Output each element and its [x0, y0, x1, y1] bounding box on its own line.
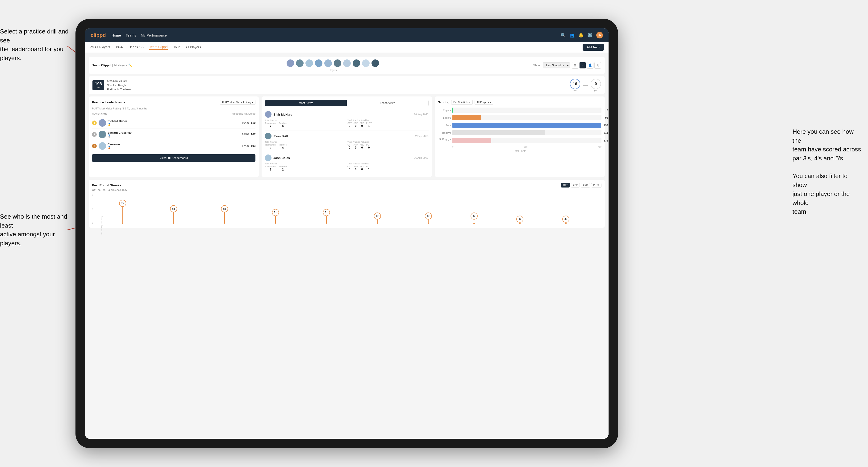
show-label: Show:: [533, 64, 541, 67]
streaks-arg-btn[interactable]: ARG: [581, 183, 590, 187]
players-filter-dropdown[interactable]: All Players ▾: [474, 100, 493, 105]
chart-row-eagles: Eagles 3: [438, 107, 601, 113]
ap-putt-3: PUTT 1: [366, 165, 372, 171]
chart-axis: 0 200 400: [438, 146, 601, 148]
score-circles: 16 yds — 0 yds: [570, 79, 601, 92]
player-avatar-1[interactable]: [286, 59, 294, 67]
settings-icon[interactable]: ⚙️: [587, 33, 592, 38]
nav-my-performance[interactable]: My Performance: [141, 33, 167, 37]
view-profile-icon[interactable]: 👤: [587, 62, 593, 69]
player-avatars-row: [286, 59, 379, 67]
subnav-hcaps[interactable]: Hcaps 1-5: [129, 45, 144, 50]
activity-player-3: Josh Coles 26 Aug 2023 Total Rounds Tour…: [265, 152, 428, 174]
streak-line-4x-3: [474, 220, 474, 223]
team-count: | 14 Players: [112, 64, 127, 67]
show-select[interactable]: Last 3 months Last month Last 6 months: [543, 62, 570, 68]
player-avatar-10[interactable]: [371, 59, 379, 67]
player-avatar-9[interactable]: [362, 59, 370, 67]
view-filter-icon[interactable]: ⇅: [594, 62, 601, 69]
ap-avatar-3: [265, 154, 272, 161]
dbl-bogeys-label: D. Bogeys +: [438, 138, 451, 144]
ap-header-1: Blair McHarg 26 Aug 2023: [265, 111, 428, 118]
player-avatar-8[interactable]: [352, 59, 361, 67]
subnav-tour[interactable]: Tour: [173, 45, 180, 50]
score-badge: 198 SG: [92, 80, 104, 90]
lb-drill-dropdown[interactable]: PUTT Must Make Putting ▾: [220, 100, 256, 105]
ap-app-3: APP 0: [353, 165, 358, 171]
eagles-bar: [453, 107, 453, 113]
player-avatar-4[interactable]: [314, 59, 323, 67]
lb-name-1: Richard Butler: [107, 120, 127, 123]
player-avatar-7[interactable]: [343, 59, 351, 67]
scoring-panel: Scoring Par 3, 4 & 5s ▾ All Players ▾ Ea…: [435, 96, 605, 177]
axis-0: 0: [453, 146, 454, 148]
view-list-icon[interactable]: ≡: [579, 62, 586, 69]
ap-name-3: Josh Coles: [273, 156, 412, 160]
streaks-putt-btn[interactable]: PUTT: [591, 183, 601, 187]
ap-ott-val-3: 0: [347, 168, 352, 171]
scoring-header: Scoring Par 3, 4 & 5s ▾ All Players ▾: [438, 100, 601, 105]
ap-tourn-val-1: 7: [265, 124, 276, 128]
player-avatar-3[interactable]: [305, 59, 313, 67]
lb-avatar-1: [99, 119, 106, 127]
circle2-group: 0 yds: [591, 79, 601, 92]
edit-icon[interactable]: ✏️: [128, 63, 132, 67]
team-title: Team Clippd: [92, 63, 111, 67]
subnav: PGAT Players PGA Hcaps 1-5 Team Clippd T…: [85, 42, 609, 53]
subnav-all-players[interactable]: All Players: [185, 45, 201, 50]
streaks-app-btn[interactable]: APP: [571, 183, 580, 187]
nav-home[interactable]: Home: [112, 33, 121, 37]
lb-table-header: PLAYER NAME PB SCORE PB AVG SQ: [92, 112, 255, 116]
most-active-tab[interactable]: Most Active: [265, 100, 347, 106]
add-team-button[interactable]: Add Team: [583, 44, 604, 51]
lb-score-1: 19/20: [242, 121, 249, 125]
lb-avatar-2: [99, 131, 106, 138]
ap-rounds-vals-2: Tournament 8 Practice 4: [265, 144, 346, 150]
lb-name-group-3: Cameron... 🥉: [107, 143, 122, 149]
end-lie: End Lie: In The Hole: [107, 87, 131, 92]
ap-practice-val-3: 2: [279, 168, 287, 171]
subnav-pgat[interactable]: PGAT Players: [90, 45, 110, 50]
streak-bubble-5x-1: 5x: [272, 209, 279, 216]
ap-practice-val-2: 4: [279, 146, 287, 150]
ap-arg-label-1: ARG: [360, 122, 365, 124]
team-header-row: Team Clippd | 14 Players ✏️: [89, 57, 605, 74]
lb-row-3: 3 Cameron... 🥉 17/20 103: [92, 140, 255, 152]
col-pb-label: PB SCORE: [232, 113, 243, 115]
ap-putt-val-3: 1: [366, 168, 372, 171]
score-details: Shot Dist: 16 yds Start Lie: Rough End L…: [107, 79, 131, 92]
streaks-panel: Best Round Streaks OTT APP ARG PUTT Off …: [89, 180, 605, 228]
subnav-team-clippd[interactable]: Team Clippd: [149, 45, 168, 50]
birdies-bar-container: 96: [453, 115, 601, 120]
player-avatar-6[interactable]: [333, 59, 342, 67]
ap-practice-rounds-2: Practice 4: [279, 144, 287, 150]
players-label: Players: [329, 69, 337, 71]
people-icon[interactable]: 👥: [569, 33, 575, 38]
ap-name-2: Rees Britt: [273, 134, 412, 138]
search-icon[interactable]: 🔍: [560, 33, 566, 38]
lb-drill-label: PUTT Must Make Putting: [222, 101, 251, 104]
view-full-leaderboard-button[interactable]: View Full Leaderboard: [92, 154, 255, 162]
least-active-tab[interactable]: Least Active: [347, 100, 428, 106]
lb-title: Practice Leaderboards: [92, 100, 125, 104]
par-filter-dropdown[interactable]: Par 3, 4 & 5s ▾: [451, 100, 473, 105]
streak-dot-4x-1: [377, 223, 378, 224]
circle1-group: 16 yds: [570, 79, 580, 92]
show-filter-group: Show: Last 3 months Last month Last 6 mo…: [533, 62, 601, 69]
view-grid-icon[interactable]: ⊞: [572, 62, 578, 69]
subnav-pga[interactable]: PGA: [116, 45, 123, 50]
user-avatar[interactable]: U▾: [596, 32, 603, 38]
player-avatar-2[interactable]: [296, 59, 304, 67]
scoring-footer: Total Shots: [438, 150, 601, 152]
chart-row-pars: Pars 499: [438, 123, 601, 128]
ap-header-2: Rees Britt 02 Sep 2023: [265, 133, 428, 139]
ap-header-3: Josh Coles 26 Aug 2023: [265, 154, 428, 161]
nav-teams[interactable]: Teams: [126, 33, 136, 37]
streak-dot-3x-2: [565, 223, 566, 224]
chart-row-dbl-bogeys: D. Bogeys + 131: [438, 138, 601, 144]
player-avatar-5[interactable]: [324, 59, 332, 67]
streaks-ott-btn[interactable]: OTT: [561, 183, 570, 187]
bell-icon[interactable]: 🔔: [578, 33, 584, 38]
ap-app-2: APP 0: [353, 144, 358, 149]
ap-activities-label-1: Total Practice Activities: [347, 119, 429, 121]
